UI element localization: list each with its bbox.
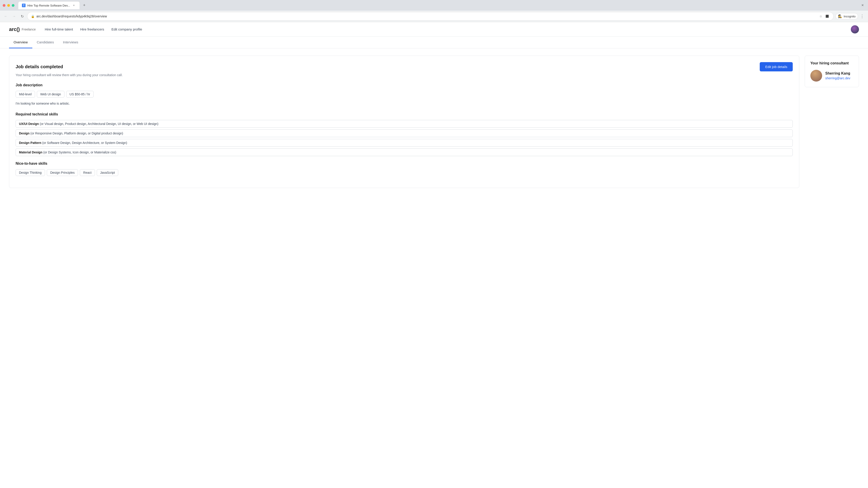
nice-tag-javascript: JavaScript — [97, 169, 118, 176]
logo-freelance: Freelance — [22, 28, 36, 31]
content-right: Your hiring consultant Sherring Kang she… — [805, 56, 859, 188]
lock-icon: 🔒 — [31, 15, 35, 18]
skill-design-pattern-alt: (or Software Design, Design Architecture… — [42, 141, 127, 144]
avatar-image — [851, 25, 859, 33]
job-details-title: Job details completed — [16, 64, 63, 69]
logo[interactable]: arc() Freelance — [9, 26, 36, 32]
skill-material-design: Material Design (or Design Systems, Icon… — [16, 149, 793, 156]
main-content: Job details completed Edit job details Y… — [0, 48, 868, 195]
tab-label: Hire Top Remote Software Dev... — [27, 4, 70, 7]
tag-type: Web UI design — [37, 91, 64, 98]
nice-tag-react: React — [80, 169, 95, 176]
logo-arc: arc() — [9, 26, 20, 32]
job-description-section: Job description Mid-level Web UI design … — [16, 83, 793, 106]
close-tab-button[interactable]: × — [72, 3, 76, 7]
skill-uxui-main: UX/UI Design — [19, 122, 39, 126]
browser-toolbar-right: 🕵️ Incognito ⋮ — [835, 13, 865, 20]
tab-interviews[interactable]: Interviews — [58, 37, 83, 48]
skill-design-pattern: Design Pattern (or Software Design, Desi… — [16, 139, 793, 147]
skill-material-design-main: Material Design — [19, 151, 42, 154]
consultant-name: Sherring Kang — [825, 71, 850, 75]
consultant-avatar — [810, 70, 822, 82]
required-skills-section: Required technical skills UX/UI Design (… — [16, 112, 793, 156]
nice-tag-design-principles: Design Principles — [47, 169, 78, 176]
tab-overview[interactable]: Overview — [9, 37, 32, 48]
consultant-info: Sherring Kang sherring@arc.dev — [810, 70, 853, 82]
minimize-window-button[interactable] — [7, 4, 10, 7]
tab-bar: T Hire Top Remote Software Dev... × + — [16, 1, 89, 9]
refresh-button[interactable]: ↻ — [19, 13, 25, 20]
nav-hire-freelancers[interactable]: Hire freelancers — [80, 27, 104, 31]
address-bar[interactable]: 🔒 ☆ ⬛ — [27, 12, 834, 21]
close-window-button[interactable] — [3, 4, 5, 7]
skill-material-design-alt: (or Design Systems, Icon design, or Mate… — [43, 151, 116, 154]
tab-candidates[interactable]: Candidates — [32, 37, 59, 48]
nav-hire-fulltime[interactable]: Hire full-time talent — [45, 27, 73, 31]
edit-job-button[interactable]: Edit job details — [760, 62, 793, 71]
skill-design-pattern-main: Design Pattern — [19, 141, 41, 144]
job-description-label: Job description — [16, 83, 793, 87]
skill-uxui-alt: (or Visual design, Product design, Archi… — [40, 122, 158, 126]
skill-design-main: Design — [19, 131, 30, 135]
nice-to-have-label: Nice-to-have skills — [16, 162, 793, 166]
skill-uxui: UX/UI Design (or Visual design, Product … — [16, 120, 793, 128]
page-tabs: Overview Candidates Interviews — [0, 37, 868, 48]
job-details-subtitle: Your hiring consultant will review them … — [16, 73, 793, 77]
required-skills-label: Required technical skills — [16, 112, 793, 116]
user-avatar[interactable] — [851, 25, 859, 33]
forward-button[interactable]: → — [11, 13, 17, 20]
active-tab[interactable]: T Hire Top Remote Software Dev... × — [18, 1, 80, 9]
consultant-details: Sherring Kang sherring@arc.dev — [825, 71, 850, 80]
incognito-badge[interactable]: 🕵️ Incognito — [835, 13, 858, 20]
job-details-header: Job details completed Edit job details — [16, 62, 793, 71]
consultant-email[interactable]: sherring@arc.dev — [825, 76, 850, 80]
nice-to-have-section: Nice-to-have skills Design Thinking Desi… — [16, 162, 793, 176]
app: arc() Freelance Hire full-time talent Hi… — [0, 22, 868, 195]
extensions-button[interactable]: ⬛ — [825, 13, 830, 19]
maximize-window-button[interactable] — [12, 4, 14, 7]
nice-tag-design-thinking: Design Thinking — [16, 169, 45, 176]
consultant-title: Your hiring consultant — [810, 61, 853, 65]
skill-design-alt: (or Responsive Design, Platform design, … — [31, 131, 123, 135]
job-details-card: Job details completed Edit job details Y… — [9, 56, 799, 188]
browser-chrome: T Hire Top Remote Software Dev... × + × … — [0, 0, 868, 22]
window-close[interactable]: × — [860, 3, 865, 8]
content-left: Job details completed Edit job details Y… — [9, 56, 799, 188]
description-text: I'm looking for someone who is artistic. — [16, 101, 793, 106]
window-controls — [3, 4, 14, 7]
skill-design: Design (or Responsive Design, Platform d… — [16, 129, 793, 137]
more-menu-button[interactable]: ⋮ — [859, 13, 865, 20]
tag-level: Mid-level — [16, 91, 35, 98]
address-bar-row: ← → ↻ 🔒 ☆ ⬛ 🕵️ Incognito ⋮ — [0, 11, 868, 22]
nice-to-have-tags: Design Thinking Design Principles React … — [16, 169, 793, 176]
nav-edit-profile[interactable]: Edit company profile — [112, 27, 142, 31]
nav-links: Hire full-time talent Hire freelancers E… — [45, 27, 851, 31]
consultant-avatar-img — [810, 70, 822, 82]
new-tab-button[interactable]: + — [81, 2, 88, 8]
bookmark-button[interactable]: ☆ — [818, 13, 824, 19]
app-header: arc() Freelance Hire full-time talent Hi… — [0, 22, 868, 37]
incognito-icon: 🕵️ — [838, 14, 842, 18]
job-tags-row: Mid-level Web UI design US $50-85 / hr — [16, 91, 793, 98]
tab-favicon: T — [22, 4, 26, 7]
back-button[interactable]: ← — [3, 13, 9, 20]
tag-rate: US $50-85 / hr — [66, 91, 94, 98]
incognito-label: Incognito — [844, 15, 856, 18]
consultant-card: Your hiring consultant Sherring Kang she… — [805, 56, 859, 87]
url-input[interactable] — [36, 14, 816, 18]
address-bar-icons: ☆ ⬛ — [818, 13, 830, 19]
title-bar: T Hire Top Remote Software Dev... × + × — [0, 0, 868, 11]
